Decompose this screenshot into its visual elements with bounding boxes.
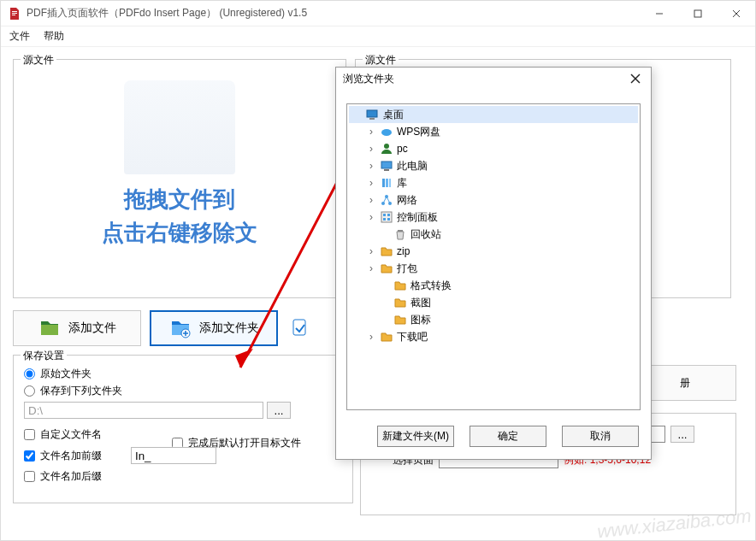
tree-item[interactable]: ›库: [349, 174, 638, 191]
folder-icon: [380, 330, 393, 344]
expand-icon[interactable]: [380, 297, 390, 309]
expand-icon[interactable]: ›: [366, 211, 376, 223]
tree-item-label: 网络: [397, 193, 417, 208]
tree-item[interactable]: 截图: [349, 294, 638, 311]
folder-icon: [393, 313, 407, 326]
tree-item[interactable]: 格式转换: [349, 277, 638, 294]
save-legend: 保存设置: [21, 349, 67, 363]
cancel-button[interactable]: 取消: [562, 426, 639, 447]
folder-icon: [380, 159, 393, 173]
expand-icon[interactable]: [380, 228, 390, 240]
folder-icon: [393, 296, 407, 309]
svg-rect-16: [382, 179, 385, 187]
folder-icon: [380, 142, 393, 156]
add-folder-icon: [168, 316, 192, 340]
browse-pdf-button[interactable]: ...: [670, 426, 694, 443]
menu-file[interactable]: 文件: [9, 29, 30, 44]
tree-item[interactable]: ›下载吧: [349, 328, 638, 345]
svg-rect-27: [398, 230, 403, 232]
expand-icon[interactable]: ›: [366, 262, 376, 274]
prefix-label: 文件名加前缀: [40, 449, 126, 463]
tree-item[interactable]: ›此电脑: [349, 157, 638, 174]
convert-icon: [288, 316, 312, 340]
tree-item[interactable]: ›zip: [349, 243, 638, 260]
svg-rect-22: [381, 212, 392, 222]
target-legend: 源文件: [363, 53, 399, 68]
folder-tree[interactable]: 桌面›WPS网盘›pc›此电脑›库›网络›控制面板 回收站›zip›打包 格式转…: [346, 103, 641, 410]
browse-folder-dialog: 浏览文件夹 桌面›WPS网盘›pc›此电脑›库›网络›控制面板 回收站›zip›…: [335, 67, 652, 460]
tree-item[interactable]: ›网络: [349, 191, 638, 209]
tree-item-label: pc: [397, 143, 408, 155]
expand-icon[interactable]: ›: [366, 245, 376, 257]
tree-item-label: 桌面: [383, 108, 404, 122]
tree-item[interactable]: 回收站: [349, 226, 638, 243]
save-settings-group: 保存设置 原始文件夹 保存到下列文件夹 ... 自定义文件名 文件名加前缀: [13, 355, 353, 503]
tree-item-label: 控制面板: [397, 210, 438, 225]
radio-original-folder[interactable]: [24, 368, 35, 379]
new-folder-button[interactable]: 新建文件夹(M): [377, 426, 454, 447]
third-button-fragment: [286, 310, 312, 346]
app-icon: [8, 7, 21, 21]
svg-rect-25: [383, 218, 386, 221]
expand-icon[interactable]: ›: [366, 143, 376, 155]
tree-item[interactable]: ›WPS网盘: [349, 123, 638, 140]
svg-rect-1: [694, 10, 701, 17]
window-title: PDF插入页面软件（PDFdo Insert Page） (Unregister…: [27, 6, 307, 21]
expand-icon[interactable]: ›: [366, 126, 376, 138]
folder-icon: [380, 244, 393, 258]
svg-rect-15: [384, 169, 389, 171]
source-files-group: 源文件 拖拽文件到 点击右键移除文: [13, 59, 346, 298]
custom-filename-checkbox[interactable]: [24, 429, 35, 440]
add-folder-button[interactable]: 添加文件夹: [150, 310, 278, 346]
svg-rect-17: [386, 179, 388, 187]
suffix-checkbox[interactable]: [24, 471, 35, 482]
ok-button[interactable]: 确定: [470, 426, 546, 447]
radio-original-label: 原始文件夹: [40, 367, 92, 381]
tree-item[interactable]: ›打包: [349, 260, 638, 277]
drag-hint-line2: 点击右键移除文: [102, 215, 257, 249]
expand-icon[interactable]: [380, 279, 390, 291]
tree-item[interactable]: ›控制面板: [349, 209, 638, 226]
expand-icon[interactable]: [352, 109, 363, 121]
folder-icon: [380, 176, 393, 190]
folder-icon: [380, 210, 393, 224]
minimize-button[interactable]: [640, 1, 678, 26]
expand-icon[interactable]: ›: [366, 160, 376, 172]
tree-item-label: zip: [397, 245, 410, 257]
expand-icon[interactable]: [380, 314, 390, 326]
tree-item[interactable]: 桌面: [349, 106, 638, 123]
tree-item[interactable]: 图标: [349, 311, 638, 328]
close-button[interactable]: [717, 1, 755, 26]
maximize-button[interactable]: [678, 1, 717, 26]
suffix-label: 文件名加后缀: [40, 469, 102, 484]
drag-hint-line1: 拖拽文件到: [102, 182, 257, 215]
tree-item-label: 下载吧: [397, 330, 428, 344]
expand-icon[interactable]: ›: [366, 177, 376, 189]
add-file-button[interactable]: 添加文件: [13, 310, 141, 346]
delete-label: 册: [680, 376, 690, 391]
tree-item-label: WPS网盘: [397, 125, 440, 139]
menu-help[interactable]: 帮助: [44, 29, 64, 44]
radio-custom-folder[interactable]: [24, 385, 35, 397]
tree-item-label: 此电脑: [397, 159, 428, 173]
expand-icon[interactable]: ›: [366, 331, 376, 343]
svg-rect-26: [387, 218, 390, 221]
folder-icon: [366, 108, 380, 121]
save-path-input[interactable]: [24, 402, 263, 419]
folder-icon: [393, 279, 407, 292]
prefix-checkbox[interactable]: [24, 450, 35, 462]
drag-hint: 拖拽文件到 点击右键移除文: [102, 182, 257, 249]
browse-save-path-button[interactable]: ...: [267, 402, 291, 419]
folder-icon: [380, 193, 393, 207]
svg-rect-24: [387, 214, 390, 216]
titlebar: PDF插入页面软件（PDFdo Insert Page） (Unregister…: [1, 1, 755, 26]
dialog-title: 浏览文件夹: [343, 72, 394, 86]
radio-custom-label: 保存到下列文件夹: [40, 384, 122, 398]
svg-rect-14: [381, 162, 392, 168]
tree-item[interactable]: ›pc: [349, 140, 638, 157]
menubar: 文件 帮助: [1, 26, 755, 47]
dialog-close-button[interactable]: [627, 70, 644, 87]
expand-icon[interactable]: ›: [366, 194, 376, 206]
prefix-input[interactable]: [131, 447, 216, 464]
drop-folder-icon: [124, 80, 235, 174]
